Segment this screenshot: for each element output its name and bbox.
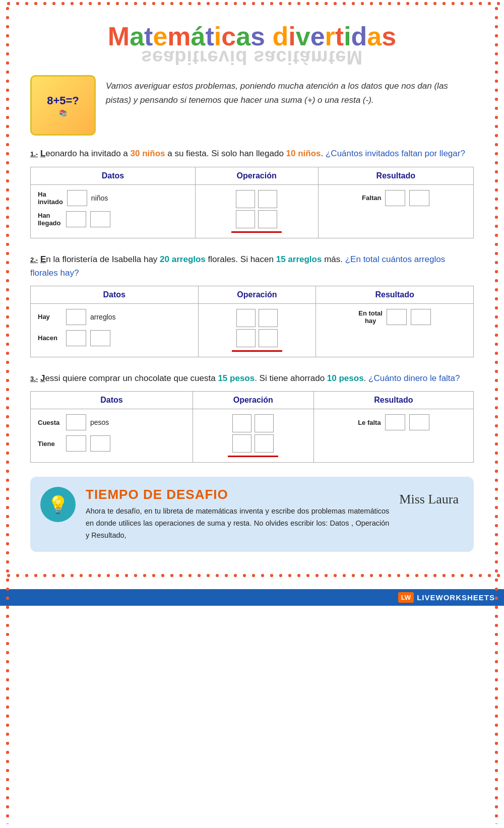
intro-section: 8+5=? 📚 Vamos averiguar estos problemas,… bbox=[30, 75, 474, 136]
footer-logo-box: LW bbox=[398, 592, 414, 603]
data-row-1b: Hanllegado bbox=[38, 211, 188, 227]
op-line-3 bbox=[228, 456, 278, 457]
data-cell-content-2: Hay arreglos Hacen bbox=[38, 309, 191, 346]
problem-1: 1.- Leonardo ha invitado a 30 niños a su… bbox=[30, 147, 474, 238]
border-left bbox=[4, 4, 11, 824]
op-box-2c[interactable] bbox=[236, 329, 256, 347]
op-box-1d[interactable] bbox=[258, 210, 277, 228]
col-operacion-1: Operación bbox=[195, 167, 318, 184]
challenge-text: Ahora te desafío, en tu libreta de matem… bbox=[86, 505, 389, 542]
input-hacen-2[interactable] bbox=[90, 330, 110, 346]
footer-bar: LW LIVEWORKSHEETS bbox=[0, 589, 504, 606]
signature: Miss Laura bbox=[399, 487, 459, 507]
op-grid-3 bbox=[228, 414, 278, 457]
problem-3: 3.- Jessi quiere comprar un chocolate qu… bbox=[30, 371, 474, 463]
op-box-2d[interactable] bbox=[259, 329, 278, 347]
op-box-3c[interactable] bbox=[232, 434, 251, 453]
border-top bbox=[4, 0, 500, 7]
result-box-3a[interactable] bbox=[385, 414, 405, 430]
result-row-1: Faltan bbox=[326, 190, 467, 206]
data-row-3a: Cuesta pesos bbox=[38, 414, 185, 430]
data-cell-3: Cuesta pesos Tiene bbox=[31, 409, 193, 463]
col-operacion-3: Operación bbox=[193, 392, 313, 409]
problem-3-text: 3.- Jessi quiere comprar un chocolate qu… bbox=[30, 371, 474, 385]
title-section: Matemáticas divertidas seabitrevid sacit… bbox=[30, 22, 474, 66]
op-box-3b[interactable] bbox=[255, 414, 274, 432]
op-box-1b[interactable] bbox=[258, 190, 277, 208]
border-bottom bbox=[4, 572, 500, 579]
data-row-2b: Hacen bbox=[38, 330, 191, 346]
input-tiene-2[interactable] bbox=[90, 435, 110, 452]
input-ha-invitado[interactable] bbox=[67, 190, 87, 206]
op-row-1a bbox=[236, 190, 277, 208]
intro-image: 8+5=? 📚 bbox=[30, 75, 96, 136]
title-reflection: seabitrevid sacitámteM bbox=[30, 49, 474, 66]
op-box-3a[interactable] bbox=[232, 414, 251, 432]
problem-1-text: 1.- Leonardo ha invitado a 30 niños a su… bbox=[30, 147, 474, 160]
lightbulb-icon: 💡 bbox=[47, 494, 69, 515]
challenge-icon: 💡 bbox=[40, 487, 76, 522]
problem-1-table: Datos Operación Resultado Hainvitado niñ… bbox=[30, 167, 474, 238]
input-cuesta[interactable] bbox=[66, 414, 86, 430]
input-tiene[interactable] bbox=[66, 435, 86, 452]
operation-cell-2 bbox=[198, 303, 316, 357]
result-cell-2: En totalhay bbox=[316, 303, 474, 357]
input-hacen[interactable] bbox=[66, 330, 86, 346]
footer-logo: LW LIVEWORKSHEETS bbox=[398, 592, 495, 603]
data-cell-content-1: Hainvitado niños Hanllegado bbox=[38, 190, 188, 227]
op-line-2 bbox=[232, 350, 282, 352]
data-cell-1: Hainvitado niños Hanllegado bbox=[31, 184, 196, 238]
footer-logo-text: LIVEWORKSHEETS bbox=[417, 593, 495, 602]
problem-2-table: Datos Operación Resultado Hay arreglos bbox=[30, 286, 474, 357]
col-resultado-1: Resultado bbox=[318, 167, 474, 184]
op-box-1a[interactable] bbox=[236, 190, 255, 208]
col-operacion-2: Operación bbox=[198, 286, 316, 303]
result-box-2b[interactable] bbox=[411, 309, 431, 325]
op-box-3d[interactable] bbox=[255, 434, 274, 453]
data-row-1a: Hainvitado niños bbox=[38, 190, 188, 206]
op-box-2b[interactable] bbox=[259, 309, 278, 327]
op-row-2a bbox=[236, 309, 278, 327]
col-datos-2: Datos bbox=[31, 286, 199, 303]
input-han-llegado-2[interactable] bbox=[90, 211, 110, 227]
col-datos-1: Datos bbox=[31, 167, 196, 184]
intro-text: Vamos averiguar estos problemas, poniend… bbox=[106, 75, 474, 106]
operation-cell-3 bbox=[193, 409, 313, 463]
col-resultado-2: Resultado bbox=[316, 286, 474, 303]
data-row-3b: Tiene bbox=[38, 435, 185, 452]
op-grid-2 bbox=[232, 309, 282, 352]
problem-2-text: 2.- En la floristería de Isabella hay 20… bbox=[30, 252, 474, 280]
data-cell-2: Hay arreglos Hacen bbox=[31, 303, 199, 357]
problem-2: 2.- En la floristería de Isabella hay 20… bbox=[30, 252, 474, 357]
result-row-2: En totalhay bbox=[323, 309, 466, 325]
result-box-1b[interactable] bbox=[409, 190, 429, 206]
op-row-2b bbox=[236, 329, 278, 347]
challenge-title: TIEMPO DE DESAFIO bbox=[86, 487, 389, 502]
border-right bbox=[493, 4, 500, 824]
op-row-3b bbox=[232, 434, 274, 453]
result-box-2a[interactable] bbox=[387, 309, 407, 325]
op-box-1c[interactable] bbox=[236, 210, 255, 228]
input-han-llegado[interactable] bbox=[66, 211, 86, 227]
problem-3-table: Datos Operación Resultado Cuesta pesos bbox=[30, 391, 474, 463]
challenge-section: 💡 TIEMPO DE DESAFIO Ahora te desafío, en… bbox=[30, 477, 474, 552]
data-cell-content-3: Cuesta pesos Tiene bbox=[38, 414, 185, 452]
challenge-content: TIEMPO DE DESAFIO Ahora te desafío, en t… bbox=[86, 487, 389, 542]
col-resultado-3: Resultado bbox=[313, 392, 473, 409]
data-row-2a: Hay arreglos bbox=[38, 309, 191, 325]
op-grid-1 bbox=[231, 190, 282, 233]
result-box-1a[interactable] bbox=[385, 190, 405, 206]
op-row-1b bbox=[236, 210, 277, 228]
op-box-2a[interactable] bbox=[236, 309, 256, 327]
result-cell-3: Le falta bbox=[313, 409, 473, 463]
input-hay[interactable] bbox=[66, 309, 86, 325]
result-box-3b[interactable] bbox=[409, 414, 429, 430]
col-datos-3: Datos bbox=[31, 392, 193, 409]
op-row-3a bbox=[232, 414, 274, 432]
op-line-1 bbox=[231, 231, 282, 233]
result-row-3: Le falta bbox=[321, 414, 466, 430]
result-cell-1: Faltan bbox=[318, 184, 474, 238]
operation-cell-1 bbox=[195, 184, 318, 238]
